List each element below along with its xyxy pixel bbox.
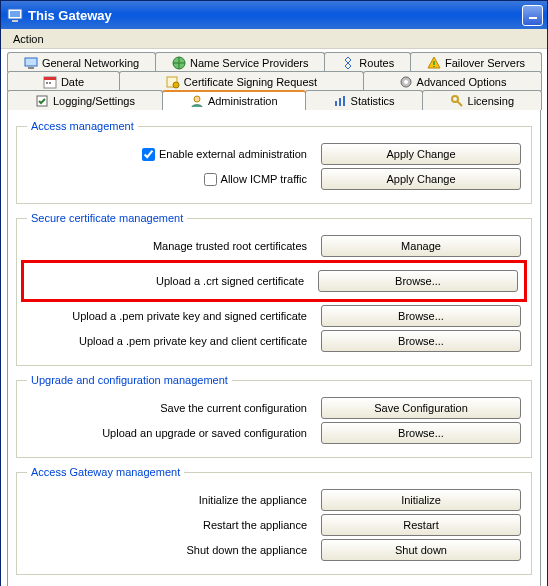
save-config-button[interactable]: Save Configuration [321, 397, 521, 419]
svg-point-14 [173, 82, 179, 88]
tab-content: Access management Enable external admini… [7, 109, 541, 586]
restart-label: Restart the appliance [27, 519, 321, 531]
highlighted-row: Upload a .crt signed certificate Browse.… [21, 260, 527, 302]
tab-label: Advanced Options [417, 76, 507, 88]
tab-label: Routes [359, 57, 394, 69]
calendar-icon [43, 75, 57, 89]
globe-icon [172, 56, 186, 70]
shutdown-button[interactable]: Shut down [321, 539, 521, 561]
body: General Networking Name Service Provider… [1, 49, 547, 586]
svg-rect-11 [46, 82, 48, 84]
svg-rect-2 [12, 20, 18, 22]
svg-rect-5 [28, 67, 34, 69]
tab-name-service-providers[interactable]: Name Service Providers [155, 52, 325, 72]
manage-certs-label: Manage trusted root certificates [27, 240, 321, 252]
tabs: General Networking Name Service Provider… [7, 52, 541, 110]
svg-rect-3 [529, 17, 537, 19]
tab-label: Certificate Signing Request [184, 76, 317, 88]
initialize-label: Initialize the appliance [27, 494, 321, 506]
upload-config-label: Upload an upgrade or saved configuration [27, 427, 321, 439]
checkbox-text: Allow ICMP traffic [221, 173, 307, 185]
checkbox-text: Enable external administration [159, 148, 307, 160]
apply-change-button[interactable]: Apply Change [321, 143, 521, 165]
routes-icon [341, 56, 355, 70]
apply-change-button[interactable]: Apply Change [321, 168, 521, 190]
group-secure-certificate-management: Secure certificate management Manage tru… [16, 212, 532, 366]
group-legend: Upgrade and configuration management [27, 374, 232, 386]
tab-label: Statistics [351, 95, 395, 107]
tab-label: Date [61, 76, 84, 88]
svg-rect-20 [339, 98, 341, 106]
shutdown-label: Shut down the appliance [27, 544, 321, 556]
group-legend: Access Gateway management [27, 466, 184, 478]
menu-action[interactable]: Action [7, 32, 50, 46]
warning-icon [427, 56, 441, 70]
minimize-button[interactable] [522, 5, 543, 26]
group-legend: Secure certificate management [27, 212, 187, 224]
chart-icon [333, 94, 347, 108]
manage-button[interactable]: Manage [321, 235, 521, 257]
upload-pem-client-label: Upload a .pem private key and client cer… [27, 335, 321, 347]
group-access-management: Access management Enable external admini… [16, 120, 532, 204]
svg-rect-19 [335, 101, 337, 106]
svg-point-18 [194, 96, 200, 102]
upload-crt-label: Upload a .crt signed certificate [30, 275, 318, 287]
upload-pem-signed-label: Upload a .pem private key and signed cer… [27, 310, 321, 322]
svg-rect-21 [343, 96, 345, 106]
browse-pem-client-button[interactable]: Browse... [321, 330, 521, 352]
allow-icmp-label[interactable]: Allow ICMP traffic [27, 170, 307, 189]
allow-icmp-checkbox[interactable] [204, 173, 217, 186]
svg-rect-1 [10, 11, 20, 17]
tab-label: Name Service Providers [190, 57, 309, 69]
browse-crt-button[interactable]: Browse... [318, 270, 518, 292]
tab-certificate-signing-request[interactable]: Certificate Signing Request [119, 71, 364, 91]
gear-icon [399, 75, 413, 89]
tab-label: Logging/Settings [53, 95, 135, 107]
tab-failover-servers[interactable]: Failover Servers [410, 52, 542, 72]
tab-routes[interactable]: Routes [324, 52, 411, 72]
tab-label: Licensing [468, 95, 514, 107]
initialize-button[interactable]: Initialize [321, 489, 521, 511]
tab-date[interactable]: Date [7, 71, 120, 91]
monitor-icon [24, 56, 38, 70]
tab-label: Administration [208, 95, 278, 107]
title-bar: This Gateway [1, 1, 547, 29]
enable-external-admin-checkbox[interactable] [142, 148, 155, 161]
save-config-label: Save the current configuration [27, 402, 321, 414]
browse-config-button[interactable]: Browse... [321, 422, 521, 444]
key-icon [450, 94, 464, 108]
tab-advanced-options[interactable]: Advanced Options [363, 71, 542, 91]
certificate-icon [166, 75, 180, 89]
window-title: This Gateway [28, 8, 520, 23]
window: This Gateway Action General Networking N… [0, 0, 548, 586]
svg-point-16 [404, 80, 408, 84]
checkbox-icon [35, 94, 49, 108]
svg-rect-4 [25, 58, 37, 66]
admin-icon [190, 94, 204, 108]
tab-licensing[interactable]: Licensing [422, 90, 542, 110]
tab-logging-settings[interactable]: Logging/Settings [7, 90, 163, 110]
enable-external-admin-label[interactable]: Enable external administration [27, 145, 307, 164]
menu-bar: Action [1, 29, 547, 49]
svg-rect-7 [433, 61, 435, 65]
group-gateway-management: Access Gateway management Initialize the… [16, 466, 532, 575]
tab-label: General Networking [42, 57, 139, 69]
browse-pem-signed-button[interactable]: Browse... [321, 305, 521, 327]
group-upgrade-config: Upgrade and configuration management Sav… [16, 374, 532, 458]
tab-administration[interactable]: Administration [162, 90, 306, 110]
svg-rect-10 [44, 77, 56, 80]
svg-rect-8 [433, 66, 435, 67]
tab-general-networking[interactable]: General Networking [7, 52, 156, 72]
group-legend: Access management [27, 120, 138, 132]
svg-rect-12 [49, 82, 51, 84]
tab-statistics[interactable]: Statistics [305, 90, 423, 110]
monitor-icon [7, 7, 23, 23]
tab-label: Failover Servers [445, 57, 525, 69]
restart-button[interactable]: Restart [321, 514, 521, 536]
